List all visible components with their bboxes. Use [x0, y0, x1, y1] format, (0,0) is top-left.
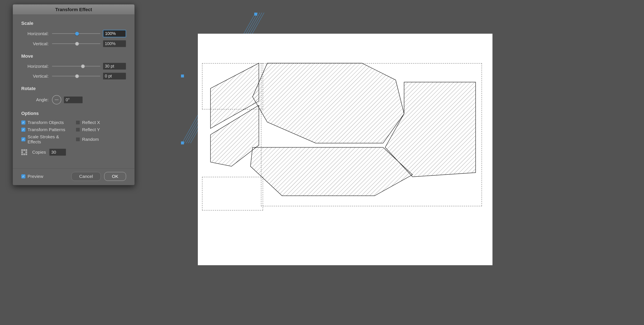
scale-strokes-label: Scale Strokes & Effects [28, 134, 72, 144]
options-grid: ✓ Transform Objects Reflect X ✓ Transfor… [21, 120, 126, 144]
preview-label: Preview [28, 174, 43, 179]
move-vertical-slider[interactable] [52, 74, 100, 78]
svg-rect-6 [181, 74, 184, 78]
scale-section: Scale Horizontal: Vertical: [21, 21, 126, 47]
transform-objects-checkbox[interactable]: ✓ [21, 120, 26, 124]
angle-label: Angle: [21, 97, 48, 102]
rotate-section: Rotate Angle: [21, 86, 126, 104]
scale-vertical-row: Vertical: [21, 40, 126, 47]
canvas-area [181, 13, 623, 307]
transform-patterns-row: ✓ Transform Patterns [21, 127, 72, 132]
copies-input[interactable] [49, 148, 66, 156]
svg-rect-7 [181, 142, 184, 144]
dialog-title: Transform Effect [55, 7, 92, 12]
scale-horizontal-slider[interactable] [52, 32, 100, 36]
move-horizontal-label: Horizontal: [21, 64, 48, 69]
reflect-x-row: Reflect X [76, 120, 126, 125]
scale-vertical-label: Vertical: [21, 41, 48, 46]
random-label: Random [82, 137, 99, 142]
artboard [198, 34, 492, 265]
move-vertical-input[interactable] [103, 72, 126, 80]
rotate-angle-row: Angle: [21, 95, 126, 104]
artwork-svg [202, 55, 486, 212]
copies-label: Copies [32, 150, 46, 155]
move-horizontal-row: Horizontal: [21, 63, 126, 70]
dialog-bottom-row: ✓ Preview Cancel OK [13, 168, 134, 185]
angle-input[interactable] [64, 96, 83, 103]
move-horizontal-slider[interactable] [52, 64, 100, 68]
transform-patterns-checkbox[interactable]: ✓ [21, 128, 26, 132]
random-row: Random [76, 134, 126, 144]
options-label: Options [21, 111, 126, 116]
reflect-x-label: Reflect X [82, 120, 100, 125]
move-vertical-label: Vertical: [21, 74, 48, 79]
scale-strokes-checkbox[interactable]: ✓ [21, 137, 26, 142]
copies-row: Copies [21, 148, 126, 156]
transform-objects-label: Transform Objects [28, 120, 64, 125]
preview-row: ✓ Preview [21, 174, 43, 179]
move-vertical-row: Vertical: [21, 72, 126, 80]
scale-vertical-slider[interactable] [52, 42, 100, 46]
move-label: Move [21, 54, 126, 59]
transform-effect-dialog: Transform Effect Scale Horizontal: Verti… [13, 4, 135, 185]
preview-checkbox[interactable]: ✓ [21, 174, 26, 178]
dialog-action-buttons: Cancel OK [71, 172, 126, 181]
dialog-title-bar: Transform Effect [13, 4, 134, 15]
rotate-label: Rotate [21, 86, 126, 91]
ok-button[interactable]: OK [104, 172, 126, 181]
scale-horizontal-row: Horizontal: [21, 30, 126, 37]
move-section: Move Horizontal: Vertical: [21, 54, 126, 80]
reflect-y-label: Reflect Y [82, 127, 100, 132]
transform-objects-row: ✓ Transform Objects [21, 120, 72, 125]
cancel-button[interactable]: Cancel [71, 172, 100, 181]
scale-vertical-input[interactable] [103, 40, 126, 47]
transform-origin-grid-icon[interactable] [21, 149, 27, 155]
transform-patterns-label: Transform Patterns [28, 127, 65, 132]
dialog-body: Scale Horizontal: Vertical: [13, 15, 134, 168]
options-section: Options ✓ Transform Objects Reflect X [21, 111, 126, 156]
reflect-y-checkbox[interactable] [76, 128, 80, 132]
scale-label: Scale [21, 21, 126, 26]
svg-marker-15 [252, 63, 404, 143]
angle-dial[interactable] [52, 95, 61, 104]
scale-horizontal-label: Horizontal: [21, 31, 48, 36]
move-horizontal-input[interactable] [103, 63, 126, 70]
angle-dial-indicator [55, 100, 58, 100]
scale-strokes-row: ✓ Scale Strokes & Effects [21, 134, 72, 144]
random-checkbox[interactable] [76, 137, 80, 142]
svg-marker-17 [250, 147, 412, 196]
svg-rect-5 [254, 13, 257, 16]
reflect-x-checkbox[interactable] [76, 120, 80, 124]
scale-horizontal-input[interactable] [103, 30, 126, 37]
reflect-y-row: Reflect Y [76, 127, 126, 132]
